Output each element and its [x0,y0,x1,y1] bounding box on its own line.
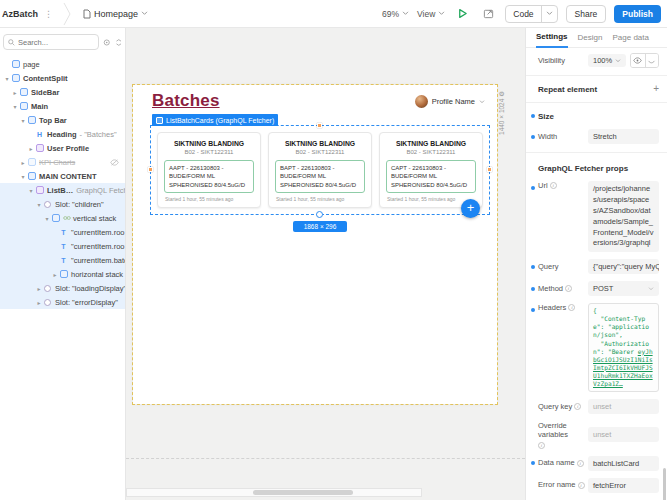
preview-play-button[interactable] [453,5,471,23]
width-label: Width [538,132,588,141]
resize-handle-bottom[interactable] [316,211,323,218]
tree-item-text-2[interactable]: T "currentItem.roo… [0,239,125,253]
tab-page-data[interactable]: Page data [612,28,648,48]
divider [526,152,667,153]
tree-item-heading[interactable]: H Heading - "Batches" [0,127,125,141]
width-value[interactable]: Stretch [588,129,659,144]
visibility-dropdown[interactable]: 100% [588,54,626,67]
horizontal-scrollbar[interactable] [126,488,422,497]
collapse-all-icon[interactable] [115,38,123,47]
split-container-icon [11,74,20,83]
batch-card-title: SIKTNING BLANDING [158,140,260,147]
method-dropdown[interactable]: POST [588,281,659,296]
search-input[interactable] [18,38,88,47]
url-label: Url [538,181,548,190]
method-row: Methodi POST [526,281,667,296]
batch-card-detail: AAPT - 226130803 - BUDE/FORM ML SPHERONI… [164,160,254,193]
headers-value[interactable]: { "Content-Type": "application/json", "A… [588,303,659,392]
batch-card-started: Started 1 hour, 55 minutes ago [165,196,233,202]
query-row: Query {"query":"query MyQuery {\ [526,259,667,274]
chevron-down-icon [615,59,621,63]
override-variables-value[interactable]: unset [588,427,659,442]
hidden-eye-icon[interactable] [110,159,125,166]
tree-item-vertical-stack[interactable]: ▾ vertical stack [0,211,125,225]
slot-icon [43,298,52,307]
resize-handle-right[interactable] [487,167,492,172]
add-repeat-button[interactable]: + [653,85,659,93]
scrollbar-thumb[interactable] [253,490,353,495]
project-name[interactable]: AzBatch [2,9,38,19]
error-name-value[interactable]: fetchError [588,478,659,493]
error-name-label: Error name [538,480,576,489]
query-value[interactable]: {"query":"query MyQuery {\ [588,259,659,274]
frame-settings-gear-icon[interactable]: ⚙ [498,91,505,97]
open-in-new-button[interactable] [479,5,497,23]
page-heading[interactable]: Batches [152,91,220,111]
focus-selected-icon[interactable] [103,38,111,47]
tree-item-kpi-charts[interactable]: ▸ KPI Charts [0,155,125,169]
tree-item-listbatchcards[interactable]: ▾ ListB… GraphQL Fetcher [0,183,125,197]
info-icon[interactable]: i [550,182,557,189]
info-icon[interactable]: i [578,482,585,489]
info-icon[interactable]: i [538,442,545,449]
tree-item-user-profile[interactable]: ▸ User Profile [0,141,125,155]
info-icon[interactable]: i [565,285,572,292]
query-key-row: Query keyi unset [526,399,667,414]
chevron-down-icon [546,11,553,16]
heading-icon: H [35,130,44,139]
tab-design[interactable]: Design [578,28,603,48]
tree-item-contentsplit[interactable]: ▾ ContentSplit [0,71,125,85]
batch-card[interactable]: SIKTNING BLANDING B02 - SIKT122311 BAPT … [268,132,372,208]
hidden-eye-button[interactable] [645,54,658,67]
code-dropdown-button[interactable] [541,6,557,22]
panel-scrollbar-thumb[interactable] [663,468,666,500]
artboard-frame[interactable]: Batches ListBatchCards (GraphQL Fetcher)… [133,85,497,404]
size-section-header: Size [526,110,667,122]
tree-item-slot-errordisplay[interactable]: ▸ Slot: "errorDisplay" [0,295,125,309]
page-switcher[interactable]: Homepage [79,7,152,21]
tree-item-text-3[interactable]: T "currentItem.batc… [0,253,125,267]
batch-card[interactable]: SIKTNING BLANDING B02 - SIKT122311 AAPT … [157,132,261,208]
tree-item-horizontal-stack[interactable]: ▸ horizontal stack [0,267,125,281]
outline-search-row [0,28,125,54]
top-bar: AzBatch ⋮ Homepage 69% View Code [0,0,667,28]
tree-item-main[interactable]: ▾ Main [0,99,125,113]
info-icon[interactable]: i [568,304,575,311]
tree-item-main-content[interactable]: ▾ MAIN CONTENT [0,169,125,183]
query-key-value[interactable]: unset [588,399,659,414]
chevron-down-icon [648,287,654,291]
url-value[interactable]: /projects/johannes/userapis/spaces/AZSan… [588,181,659,252]
view-dropdown[interactable]: View [417,9,445,19]
visible-eye-button[interactable] [631,54,644,67]
share-button[interactable]: Share [566,5,607,23]
topbar-left: AzBatch ⋮ Homepage [0,3,152,25]
tab-settings[interactable]: Settings [536,28,568,48]
insert-button[interactable]: + [461,199,480,218]
code-button[interactable]: Code [506,6,540,22]
canvas[interactable]: Batches ListBatchCards (GraphQL Fetcher)… [126,28,525,500]
tree-item-slot-children[interactable]: ▾ Slot: "children" [0,197,125,211]
eye-off-icon [647,57,656,64]
selection-size-badge: 1868 × 296 [293,221,347,232]
repeat-element-label: Repeat element [538,85,597,94]
zoom-dropdown[interactable]: 69% [382,9,409,19]
info-icon[interactable]: i [574,403,581,410]
tree-item-page[interactable]: page [0,57,125,71]
tree-item-sidebar[interactable]: ▸ SideBar [0,85,125,99]
resize-handle-top[interactable] [317,123,322,128]
publish-button[interactable]: Publish [614,5,661,23]
text-icon: T [59,242,68,251]
tree-item-text-1[interactable]: T "currentItem.roo… [0,225,125,239]
tree-item-slot-loadingdisplay[interactable]: ▸ Slot: "loadingDisplay" [0,281,125,295]
user-profile-widget[interactable]: Profile Name [415,95,485,108]
visibility-toggle-group [630,53,659,68]
error-name-row: Error namei fetchError [526,478,667,493]
project-menu-icon[interactable]: ⋮ [42,9,55,19]
info-icon[interactable]: i [577,460,584,467]
data-name-value[interactable]: batchListCard [588,456,659,471]
batch-card[interactable]: SIKTNING BLANDING B02 - SIKT122311 CAPT … [379,132,483,208]
selection-bounds[interactable]: SIKTNING BLANDING B02 - SIKT122311 AAPT … [150,125,490,215]
resize-handle-left[interactable] [148,167,153,172]
selection-tag[interactable]: ListBatchCards (GraphQL Fetcher) [152,114,278,126]
tree-item-top-bar[interactable]: ▾ Top Bar [0,113,125,127]
